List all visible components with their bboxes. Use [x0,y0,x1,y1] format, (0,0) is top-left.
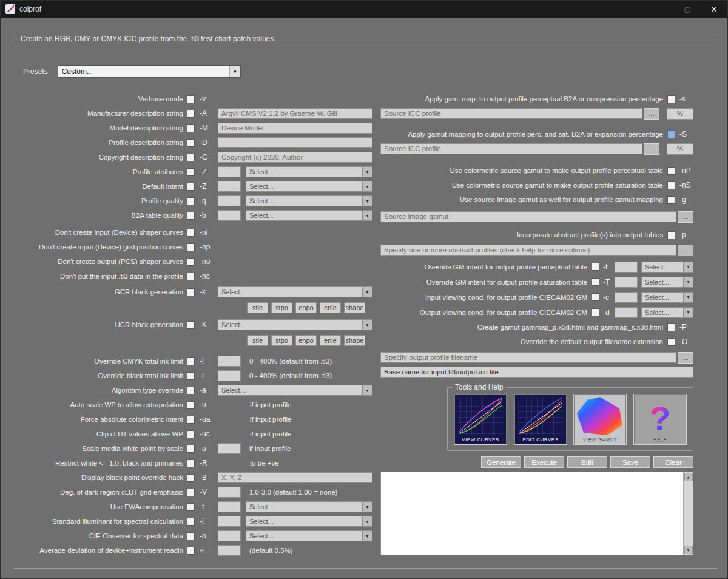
gam-sat-checkbox[interactable] [667,130,675,138]
attributes-dropdown[interactable]: Select...▾ [246,166,372,177]
scroll-down-icon[interactable]: ▼ [684,546,693,554]
black-limit-input[interactable] [218,370,241,381]
execute-button[interactable]: Execute [524,456,564,468]
quality-checkbox[interactable] [187,197,195,205]
out-view-value-input[interactable] [615,307,638,318]
edit-curves-button[interactable]: EDIT CURVES [514,394,567,445]
browse-button[interactable]: ... [644,143,659,155]
avg-dev-checkbox[interactable] [187,547,195,555]
ucr-enpo-input[interactable]: enpo [295,335,317,346]
black-limit-checkbox[interactable] [187,372,195,380]
ucr-shape-input[interactable]: shape [344,335,365,346]
b2a-quality-dropdown[interactable]: Select...▾ [246,210,372,221]
dark-emph-input[interactable] [218,487,241,498]
scale-wp-input[interactable] [218,443,241,454]
ucr-stle-input[interactable]: stle [247,335,268,346]
gcr-enpo-input[interactable]: enpo [295,302,317,313]
edit-button[interactable]: Edit [567,456,607,468]
create-gamut-checkbox[interactable] [667,323,675,331]
view-curves-button[interactable]: VIEW CURVES [454,394,507,445]
browse-button[interactable]: ... [678,245,693,256]
abstract-profiles-input[interactable]: Specify one or more abstract profiles (c… [380,245,676,256]
clear-button[interactable]: Clear [653,456,693,468]
ucr-stpo-input[interactable]: stpo [271,335,292,346]
gm-sat-checkbox2[interactable] [592,278,599,286]
ucr-enle-input[interactable]: enle [320,335,341,346]
source-icc2-input[interactable]: Source ICC profile [380,143,642,154]
force-abs-checkbox[interactable] [187,416,195,424]
override-ext-checkbox[interactable] [667,338,675,346]
gcr-stpo-input[interactable]: stpo [271,302,292,313]
presets-dropdown[interactable]: Custom... ▾ [58,65,241,78]
gcr-shape-input[interactable]: shape [344,302,365,313]
default-intent-dropdown[interactable]: Select...▾ [246,181,372,192]
b2a-quality-value-input[interactable] [218,210,241,221]
generate-button[interactable]: Generate [481,456,521,468]
out-view-dropdown[interactable]: Select...▾ [641,307,693,318]
attributes-value-input[interactable] [218,166,241,177]
gm-percep-dropdown[interactable]: Select...▾ [641,262,693,273]
ucr-dropdown[interactable]: Select...▾ [218,319,372,330]
in-view-value-input[interactable] [615,292,638,303]
gcr-stle-input[interactable]: stle [247,302,268,313]
no-in-shaper-checkbox[interactable] [187,229,195,237]
minimize-button[interactable]: — [647,1,674,18]
black-hack-checkbox[interactable] [187,474,195,482]
close-button[interactable]: ✕ [701,1,727,18]
gcr-enle-input[interactable]: enle [320,302,341,313]
clip-clut-checkbox[interactable] [187,430,195,438]
no-ti3-checkbox[interactable] [187,273,195,280]
gcr-checkbox[interactable] [187,288,195,296]
fwa-checkbox[interactable] [187,503,195,511]
copyright-checkbox[interactable] [187,154,195,161]
in-view-checkbox[interactable] [592,293,599,301]
profile-desc-checkbox[interactable] [187,139,195,147]
copyright-input[interactable]: Copyright (c) 2020, Author [218,152,372,163]
model-checkbox[interactable] [187,124,195,132]
view-gamut-button[interactable]: VIEW GAMUT [573,394,627,445]
attributes-checkbox[interactable] [187,168,195,176]
default-intent-checkbox[interactable] [187,183,195,191]
output-log-area[interactable]: ▲ ▼ [380,472,693,555]
maximize-button[interactable]: ▢ [674,1,701,18]
no-out-shaper-checkbox[interactable] [187,258,195,266]
illuminant-dropdown[interactable]: Select...▾ [246,516,372,527]
browse-button[interactable]: ... [678,352,693,364]
source-image-gamut-input[interactable]: Source image gamut [380,211,676,222]
browse-button[interactable]: ... [678,211,693,223]
abstract-checkbox[interactable] [667,231,675,239]
gm-sat-dropdown[interactable]: Select...▾ [641,277,693,288]
manufacturer-checkbox[interactable] [187,110,195,118]
base-name-input[interactable]: Base name for input.ti3/output.icc file [380,367,693,378]
source-icc1-input[interactable]: Source ICC profile [380,108,642,119]
col-sat-checkbox[interactable] [667,181,675,189]
gam-percep-checkbox[interactable] [667,95,675,103]
percent-input[interactable]: % [667,108,693,120]
b2a-quality-checkbox[interactable] [187,212,195,220]
img-gamut-checkbox[interactable] [667,196,675,204]
illuminant-checkbox[interactable] [187,518,195,526]
algorithm-dropdown[interactable]: Select...▾ [218,385,372,396]
profile-desc-input[interactable] [218,137,372,148]
col-percep-checkbox[interactable] [667,167,675,175]
browse-button[interactable]: ... [644,108,659,120]
observer-checkbox[interactable] [187,532,195,540]
illuminant-value-input[interactable] [218,516,241,527]
avg-dev-input[interactable] [218,545,241,556]
black-hack-input[interactable]: X, Y, Z [218,472,372,483]
quality-dropdown[interactable]: Select...▾ [246,195,372,206]
vertical-scrollbar[interactable]: ▲ ▼ [683,472,693,555]
help-button[interactable]: ? HELP [633,394,687,445]
default-intent-value-input[interactable] [218,181,241,192]
algorithm-checkbox[interactable] [187,387,195,394]
ink-limit-checkbox[interactable] [187,357,195,365]
quality-value-input[interactable] [218,195,241,206]
save-button[interactable]: Save [610,456,650,468]
gm-percep-checkbox[interactable] [592,263,599,271]
observer-dropdown[interactable]: Select...▾ [246,530,372,541]
percent-input[interactable]: % [667,143,693,155]
gcr-dropdown[interactable]: Select...▾ [218,286,372,297]
model-input[interactable]: Device Model [218,123,372,134]
gm-sat-value-input[interactable] [615,277,638,288]
in-view-dropdown[interactable]: Select...▾ [641,292,693,303]
